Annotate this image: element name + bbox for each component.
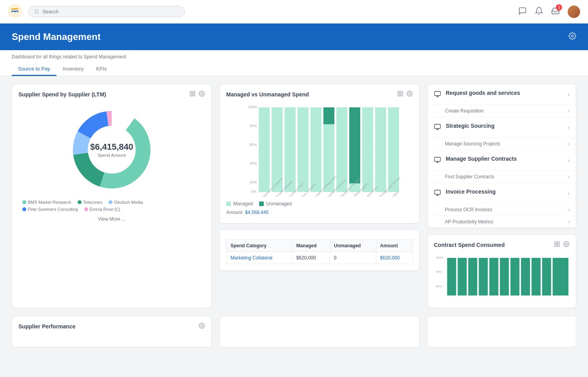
contract-bar-chart: 100% 80% 60% xyxy=(434,253,570,300)
chevron-right-icon-4: › xyxy=(568,190,570,196)
sub-label: Create Requisition xyxy=(445,108,568,114)
sub-arrow-icon-4: › xyxy=(568,207,570,212)
svg-rect-54 xyxy=(435,91,441,96)
svg-rect-87 xyxy=(542,258,551,295)
action-request-goods[interactable]: Request goods and services › xyxy=(428,84,576,105)
page-title: Spend Management xyxy=(12,31,101,42)
search-bar[interactable] xyxy=(28,6,185,17)
svg-text:80%: 80% xyxy=(436,270,442,274)
view-more-button[interactable]: View More ... xyxy=(98,216,125,222)
action-sub-ocr[interactable]: Process OCR Invoices › xyxy=(428,204,576,216)
col-managed: Managed xyxy=(292,240,330,252)
supplier-spend-title: Supplier Spend by Supplier (LTM) xyxy=(18,91,106,98)
tab-source-to-pay[interactable]: Source to Pay xyxy=(12,63,56,76)
gear-icon[interactable] xyxy=(199,91,205,98)
filter-icon-2[interactable] xyxy=(397,91,403,98)
main-content: Supplier Spend by Supplier (LTM) xyxy=(0,76,588,316)
svg-text:20%: 20% xyxy=(250,180,257,184)
svg-rect-57 xyxy=(435,124,441,129)
svg-point-0 xyxy=(8,4,22,18)
svg-rect-86 xyxy=(532,258,541,295)
svg-point-7 xyxy=(201,93,203,94)
chat-icon[interactable] xyxy=(518,7,527,16)
gear-icon-2[interactable] xyxy=(407,91,413,98)
action-sub-sourcing[interactable]: Manage Sourcing Projects › xyxy=(428,138,576,150)
svg-rect-82 xyxy=(489,258,498,295)
legend-item: Teleconex xyxy=(78,200,103,205)
svg-text:40%: 40% xyxy=(250,161,257,165)
contract-spend-card: Contract Spend Consumed xyxy=(427,234,576,308)
contract-spend-icons xyxy=(554,241,570,248)
managed-spend-card: Managed vs Unmanaged Spend xyxy=(220,84,419,223)
svg-rect-81 xyxy=(479,258,488,295)
svg-rect-89 xyxy=(559,258,568,295)
svg-rect-30 xyxy=(259,107,270,192)
svg-text:60%: 60% xyxy=(436,285,442,288)
svg-rect-41 xyxy=(375,107,386,192)
bar-chart-area: 100% 80% 60% 40% 20% 0% xyxy=(226,103,413,198)
svg-rect-69 xyxy=(555,245,557,246)
spend-table-card: Spend Category Managed Unmanaged Amount … xyxy=(220,230,419,271)
filter-icon-3[interactable] xyxy=(554,241,560,248)
action-sub-ap[interactable]: AP Productivity Metrics › xyxy=(428,216,576,228)
gear-icon-4[interactable] xyxy=(199,323,205,330)
search-icon xyxy=(34,9,39,14)
inbox-icon[interactable]: 3 xyxy=(551,7,560,16)
action-sub-create-req[interactable]: Create Requisition › xyxy=(428,105,576,117)
svg-rect-80 xyxy=(468,258,477,295)
sub-label-2: Manage Sourcing Projects xyxy=(445,141,568,147)
sub-arrow-icon-3: › xyxy=(568,174,570,179)
action-content: Request goods and services xyxy=(446,90,563,97)
action-strategic-sourcing[interactable]: Strategic Sourcing › xyxy=(428,117,576,138)
sub-header: Dashboard for all things related to Spen… xyxy=(0,50,588,76)
tab-inventory[interactable]: Inventory xyxy=(56,63,90,76)
action-content-3: Manage Supplier Contracts xyxy=(446,156,563,163)
nav-icons: 3 xyxy=(518,5,580,18)
svg-text:0%: 0% xyxy=(251,190,256,194)
svg-rect-63 xyxy=(435,190,441,194)
svg-text:60%: 60% xyxy=(250,143,257,147)
action-title-4: Invoice Processing xyxy=(446,188,563,195)
tab-kpis[interactable]: KPIs xyxy=(90,63,113,76)
header-gear-icon[interactable] xyxy=(568,32,576,42)
gear-icon-3[interactable] xyxy=(563,241,570,248)
chevron-right-icon-3: › xyxy=(568,157,570,163)
sub-label-5: AP Productivity Metrics xyxy=(445,219,568,225)
svg-rect-36 xyxy=(323,107,334,124)
workday-logo xyxy=(8,4,22,19)
supplier-legend: BMS Market Research Teleconex Deutsch Me… xyxy=(18,200,205,212)
page-subtitle: Dashboard for all things related to Spen… xyxy=(12,54,576,60)
donut-amount: $6,415,840 xyxy=(90,142,133,152)
filter-icon[interactable] xyxy=(189,91,196,98)
amount-link[interactable]: $620,000 xyxy=(380,255,400,261)
svg-rect-68 xyxy=(557,245,559,246)
svg-rect-83 xyxy=(500,258,509,295)
svg-point-90 xyxy=(201,325,203,326)
svg-point-1 xyxy=(35,10,38,13)
category-link[interactable]: Marketing Collateral xyxy=(230,255,272,261)
donut-center: $6,415,840 Spend Amount xyxy=(90,142,133,158)
svg-text:100%: 100% xyxy=(436,256,444,259)
svg-rect-16 xyxy=(398,94,400,96)
svg-point-2 xyxy=(572,35,573,37)
svg-rect-37 xyxy=(336,107,347,192)
svg-rect-78 xyxy=(447,258,456,295)
svg-rect-14 xyxy=(401,91,403,93)
svg-rect-3 xyxy=(190,91,192,93)
action-content-4: Invoice Processing xyxy=(446,188,563,196)
action-sub-contracts[interactable]: Find Supplier Contracts › xyxy=(428,171,576,183)
action-contracts[interactable]: Manage Supplier Contracts › xyxy=(428,150,576,171)
bell-icon[interactable] xyxy=(535,7,543,16)
search-input[interactable] xyxy=(42,9,179,14)
col-amount: Amount xyxy=(376,240,412,252)
col-unmanaged: Unmanaged xyxy=(330,240,376,252)
svg-rect-4 xyxy=(193,91,195,93)
chevron-right-icon: › xyxy=(568,91,570,98)
svg-rect-66 xyxy=(555,242,557,244)
action-invoice[interactable]: Invoice Processing › xyxy=(428,183,576,204)
amount-value: $4,568,445 xyxy=(245,210,269,215)
amount-row: Amount $4,568,445 xyxy=(226,210,413,215)
action-title-2: Strategic Sourcing xyxy=(446,123,563,129)
avatar[interactable] xyxy=(568,5,580,18)
quick-actions-card: Request goods and services › Create Requ… xyxy=(427,84,576,228)
